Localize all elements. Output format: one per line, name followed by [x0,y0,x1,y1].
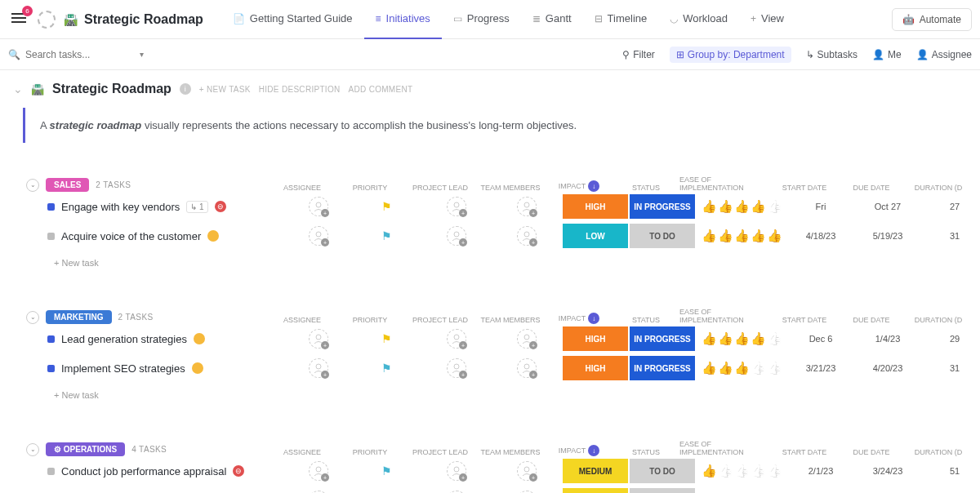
status-cell[interactable]: IN PROGRESS [630,326,695,351]
task-name-cell[interactable]: Conduct job performance appraisal ⊖ [8,465,286,477]
due-date[interactable]: 3/24/23 [854,466,921,476]
me-button[interactable]: 👤Me [872,49,902,60]
assignee-placeholder[interactable]: + [447,197,466,216]
list-title[interactable]: Strategic Roadmap [52,82,172,96]
add-comment-button[interactable]: ADD COMMENT [349,85,413,94]
idea-icon[interactable] [192,362,203,374]
new-task-button[interactable]: + New task [8,251,972,275]
tab-workload[interactable]: ◡Workload [658,0,739,39]
status-square-icon[interactable] [47,468,55,475]
assignee-placeholder[interactable]: + [517,329,537,349]
start-date[interactable]: 4/18/23 [787,231,854,241]
impact-cell[interactable]: HIGH [563,356,628,380]
collapse-button[interactable]: ⌄ [26,311,39,324]
sort-icon[interactable]: ↓ [588,180,599,192]
start-date[interactable]: Dec 6 [787,334,854,344]
blocked-icon[interactable]: ⊖ [233,465,244,477]
impact-cell[interactable]: MEDIUM [563,459,628,483]
due-date[interactable]: 5/19/23 [854,231,921,241]
task-row[interactable]: Manpower Planning + ⚑ + + MEDIUM TO DO 👍… [8,486,972,493]
priority-flag-icon[interactable]: ⚑ [381,464,392,477]
status-cell[interactable]: TO DO [630,224,695,248]
task-row[interactable]: Conduct job performance appraisal ⊖ + ⚑ … [8,456,972,486]
menu-button[interactable]: 6 [8,9,29,29]
assignee-placeholder[interactable]: + [309,197,328,216]
impact-cell[interactable]: HIGH [563,326,628,351]
description[interactable]: A strategic roadmap visually represents … [23,108,972,143]
ease-rating[interactable]: 👍👍👍👍👍 [702,229,782,243]
group-badge[interactable]: MARKETING [46,310,112,324]
due-date[interactable]: 4/20/23 [854,363,921,373]
status-cell[interactable]: IN PROGRESS [630,356,695,380]
priority-flag-icon[interactable]: ⚑ [381,229,392,242]
priority-flag-icon[interactable]: ⚑ [381,362,392,375]
sort-icon[interactable]: ↓ [588,313,599,324]
status-square-icon[interactable] [47,233,55,240]
assignee-placeholder[interactable]: + [309,329,328,349]
due-date[interactable]: Oct 27 [854,202,921,211]
filter-button[interactable]: ⚲Filter [622,49,655,60]
hide-description-button[interactable]: HIDE DESCRIPTION [259,85,341,94]
tab-view[interactable]: +View [739,0,795,39]
group-badge[interactable]: SALES [46,178,89,192]
chevron-down-icon[interactable]: ▾ [140,50,144,59]
task-name-cell[interactable]: Acquire voice of the customer [8,230,286,242]
assignee-button[interactable]: 👤Assignee [916,49,972,60]
tab-gantt[interactable]: ≣Gantt [521,0,583,39]
group-badge[interactable]: ⚙ OPERATIONS [46,442,125,456]
status-square-icon[interactable] [47,203,55,211]
task-row[interactable]: Acquire voice of the customer + ⚑ + + LO… [8,221,972,251]
start-date[interactable]: 3/21/23 [787,363,854,373]
tab-initiatives[interactable]: ≡Initiatives [364,0,442,39]
due-date[interactable]: 1/4/23 [854,334,921,344]
collapse-button[interactable]: ⌄ [26,179,39,192]
tab-progress[interactable]: ▭Progress [442,0,521,39]
idea-icon[interactable] [194,333,205,344]
assignee-placeholder[interactable]: + [309,358,328,378]
ease-rating[interactable]: 👍👍👍👍👍 [702,199,782,214]
task-row[interactable]: Engage with key vendors ↳ 1⊖ + ⚑ + + HIG… [8,192,972,221]
info-icon[interactable]: i [180,83,191,95]
idea-icon[interactable] [207,230,219,242]
assignee-placeholder[interactable]: + [517,197,537,216]
assignee-placeholder[interactable]: + [309,461,328,481]
assignee-placeholder[interactable]: + [447,358,466,378]
search-input[interactable] [25,49,131,60]
tab-getting-started-guide[interactable]: 📄Getting Started Guide [221,0,364,39]
group-by-button[interactable]: ⊞Group by: Department [670,47,791,63]
status-cell[interactable]: IN PROGRESS [630,194,695,219]
ease-rating[interactable]: 👍👍👍👍👍 [702,464,782,478]
task-row[interactable]: Lead generation strategies + ⚑ + + HIGH … [8,324,972,353]
search-box[interactable]: 🔍 ▾ [8,49,144,60]
impact-cell[interactable]: MEDIUM [563,488,628,493]
assignee-placeholder[interactable]: + [447,329,466,349]
assignee-placeholder[interactable]: + [447,461,466,481]
blocked-icon[interactable]: ⊖ [215,201,226,212]
duration[interactable]: 51 [921,466,980,476]
duration[interactable]: 31 [921,231,980,241]
impact-cell[interactable]: HIGH [563,194,628,219]
automate-button[interactable]: 🤖 Automate [892,8,972,31]
status-square-icon[interactable] [47,335,55,343]
subtasks-button[interactable]: ↳Subtasks [806,49,858,60]
assignee-placeholder[interactable]: + [517,358,537,378]
task-name-cell[interactable]: Implement SEO strategies [8,362,286,375]
assignee-placeholder[interactable]: + [309,226,328,246]
new-task-button[interactable]: + NEW TASK [199,85,251,94]
assignee-placeholder[interactable]: + [517,461,537,481]
status-cell[interactable]: TO DO [630,488,695,493]
task-name-cell[interactable]: Engage with key vendors ↳ 1⊖ [8,201,286,213]
assignee-placeholder[interactable]: + [517,226,537,246]
duration[interactable]: 31 [921,363,980,373]
task-name-cell[interactable]: Lead generation strategies [8,333,286,345]
duration[interactable]: 27 [921,202,980,211]
ease-rating[interactable]: 👍👍👍👍👍 [702,331,782,346]
task-row[interactable]: Implement SEO strategies + ⚑ + + HIGH IN… [8,353,972,383]
sort-icon[interactable]: ↓ [588,445,599,456]
status-cell[interactable]: TO DO [630,459,695,483]
tab-timeline[interactable]: ⊟Timeline [583,0,659,39]
collapse-button[interactable]: ⌄ [26,443,39,456]
new-task-button[interactable]: + New task [8,383,972,407]
assignee-placeholder[interactable]: + [447,226,466,246]
start-date[interactable]: 2/1/23 [787,466,854,476]
